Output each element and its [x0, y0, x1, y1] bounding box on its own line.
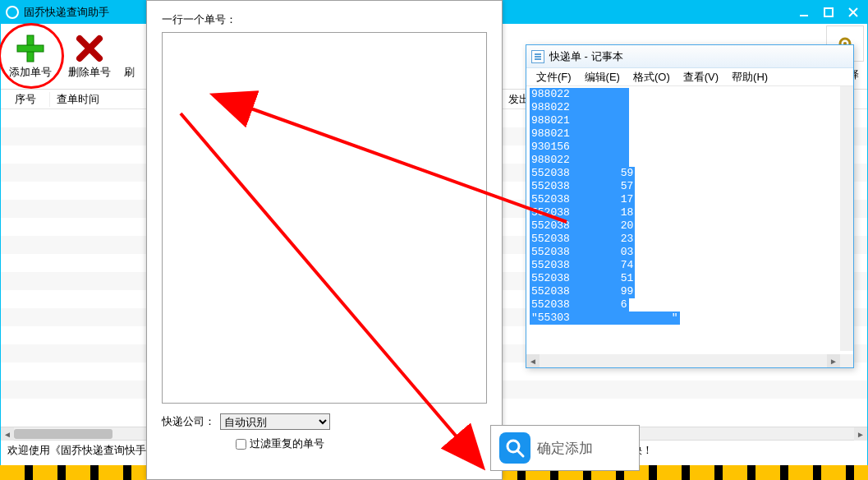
refresh-icon: [114, 34, 144, 63]
search-icon: [499, 432, 530, 464]
notepad-hscrollbar[interactable]: ◄ ►: [526, 354, 853, 367]
menu-view[interactable]: 查看(V): [677, 68, 725, 86]
notepad-line: 55203899: [530, 285, 680, 298]
notepad-line: 55203803: [530, 246, 680, 259]
notepad-line: 55203820: [530, 219, 680, 233]
svg-line-11: [517, 450, 523, 456]
app-title: 固乔快递查询助手: [24, 5, 109, 20]
delete-tracking-label: 删除单号: [68, 65, 111, 80]
app-icon: [6, 6, 19, 19]
notepad-line: 988022: [530, 101, 680, 114]
notepad-line: 55203857: [530, 180, 680, 193]
notepad-line: 988022: [530, 154, 680, 167]
notepad-line: 988022: [530, 88, 680, 101]
filter-duplicate-input[interactable]: [236, 439, 246, 450]
scroll-thumb[interactable]: [14, 429, 113, 439]
notepad-vscrollbar[interactable]: [840, 86, 853, 351]
notepad-line: 55203817: [530, 193, 680, 206]
np-scroll-left[interactable]: ◄: [526, 354, 540, 367]
minimize-button[interactable]: [792, 2, 816, 23]
notepad-icon: [531, 50, 544, 63]
col-seq[interactable]: 序号: [1, 92, 50, 107]
scroll-left-arrow[interactable]: ◄: [1, 427, 14, 441]
add-dialog: 一行一个单号： 快递公司： 自动识别 过滤重复的单号 确定添加: [146, 0, 503, 480]
notepad-line: "55303": [530, 312, 680, 325]
notepad-titlebar[interactable]: 快递单 - 记事本: [526, 45, 853, 68]
notepad-line: 55203859: [530, 167, 680, 180]
add-tracking-button[interactable]: 添加单号: [1, 25, 60, 89]
confirm-add-label: 确定添加: [537, 439, 593, 458]
refresh-button-partial[interactable]: 刷: [119, 25, 139, 89]
svg-rect-1: [824, 8, 833, 16]
notepad-line: 5520386: [530, 298, 680, 312]
filter-duplicate-label: 过滤重复的单号: [250, 436, 324, 451]
notepad-line: 55203851: [530, 272, 680, 285]
add-tracking-label: 添加单号: [9, 65, 52, 80]
col-time[interactable]: 查单时间: [50, 92, 149, 107]
delete-tracking-button[interactable]: 删除单号: [60, 25, 119, 89]
x-icon: [75, 34, 104, 63]
notepad-window: 快递单 - 记事本 文件(F) 编辑(E) 格式(O) 查看(V) 帮助(H) …: [526, 44, 854, 368]
courier-company-label: 快递公司：: [162, 414, 215, 429]
notepad-line: 55203823: [530, 233, 680, 246]
notepad-line: 988021: [530, 114, 680, 127]
maximize-button[interactable]: [816, 2, 841, 23]
scroll-right-arrow[interactable]: ►: [854, 427, 867, 441]
notepad-line: 55203818: [530, 206, 680, 219]
notepad-body[interactable]: 9880229880229880219880219301569880225520…: [526, 86, 853, 353]
menu-file[interactable]: 文件(F): [530, 68, 578, 86]
refresh-label: 刷: [124, 65, 135, 80]
filter-duplicate-checkbox[interactable]: 过滤重复的单号: [236, 436, 487, 451]
close-button[interactable]: [841, 2, 866, 23]
svg-rect-5: [17, 45, 44, 52]
notepad-title: 快递单 - 记事本: [549, 49, 623, 64]
menu-help[interactable]: 帮助(H): [725, 68, 774, 86]
tracking-input[interactable]: [162, 32, 487, 404]
notepad-line: 55203874: [530, 259, 680, 272]
menu-edit[interactable]: 编辑(E): [578, 68, 627, 86]
dialog-hint: 一行一个单号：: [162, 12, 487, 27]
notepad-menubar: 文件(F) 编辑(E) 格式(O) 查看(V) 帮助(H): [526, 68, 853, 86]
plus-icon: [16, 34, 45, 63]
notepad-line: 930156: [530, 141, 680, 154]
notepad-line: 988021: [530, 127, 680, 141]
confirm-add-button[interactable]: 确定添加: [490, 425, 640, 471]
np-scroll-right[interactable]: ►: [827, 354, 840, 367]
menu-format[interactable]: 格式(O): [627, 68, 677, 86]
status-welcome: 欢迎使用《固乔快递查询快手》: [7, 443, 157, 458]
courier-company-select[interactable]: 自动识别: [220, 413, 330, 430]
